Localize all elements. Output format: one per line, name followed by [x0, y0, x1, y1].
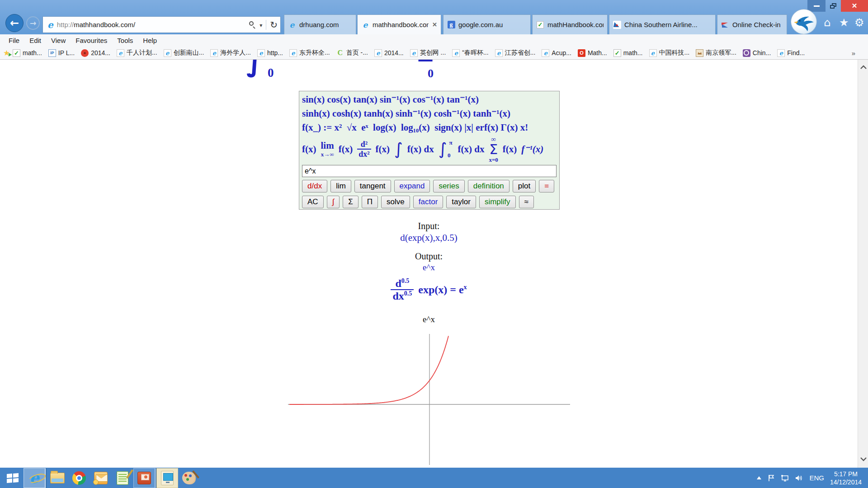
favorite-item[interactable]: e千人计划... [114, 48, 160, 57]
menu-help[interactable]: Help [138, 35, 162, 46]
menu-bar: File Edit View Favourites Tools Help [0, 34, 868, 47]
favorite-item[interactable]: e英创网 ... [408, 48, 448, 57]
favorite-item[interactable]: e海外学人... [208, 48, 253, 57]
favorite-item[interactable]: Math... [576, 49, 609, 57]
favorite-item[interactable]: math... [10, 49, 44, 57]
favorite-item[interactable]: e创新南山... [161, 48, 207, 57]
tab-label: China Southern Airline... [624, 21, 698, 28]
favorite-item[interactable]: e中国科技... [647, 48, 692, 57]
add-favorite-icon[interactable] [3, 49, 10, 57]
search-icon[interactable] [249, 21, 256, 28]
favorite-item[interactable]: IP L... [46, 49, 77, 57]
taskbar-file-explorer[interactable] [47, 468, 68, 488]
favorite-label: 2014... [91, 49, 110, 56]
minimize-button[interactable] [807, 0, 826, 12]
refresh-icon[interactable] [270, 19, 278, 30]
address-bar[interactable]: e http://mathhandbook.com/ [42, 16, 281, 33]
ie-favicon: e [164, 49, 171, 57]
page-content: ∫ 0 Σ 0 sin(x) cos(x) tan(x) sin⁻¹(x) co… [0, 60, 858, 468]
ie-favicon: e [288, 21, 296, 29]
check-favicon [613, 49, 621, 57]
ie-favicon: e [374, 49, 382, 57]
cat-favicon [696, 49, 703, 57]
tab-mathhandbook-2[interactable]: mathHandbook.com -... [532, 14, 608, 34]
ip-favicon [48, 49, 56, 57]
ie-favicon: e [542, 49, 549, 57]
taskbar-chrome[interactable] [68, 468, 90, 488]
favorite-item[interactable]: eAcup... [539, 49, 574, 57]
url-text[interactable]: http://mathhandbook.com/ [57, 21, 249, 28]
taskbar: e ENG 5:17 PM 14/12/2014 [0, 468, 868, 488]
action-center-flag-icon[interactable] [768, 474, 775, 482]
favorites-overflow-icon[interactable] [852, 49, 855, 57]
language-indicator[interactable]: ENG [809, 474, 824, 482]
ie-favicon: e [777, 49, 785, 57]
purple-favicon [743, 49, 750, 57]
internet-explorer-icon: e [30, 469, 39, 487]
outlook-icon [94, 472, 108, 484]
favorite-item[interactable]: e东升杯全... [287, 48, 332, 57]
back-button[interactable] [5, 14, 24, 32]
favorite-label: Math... [588, 49, 607, 56]
favorite-label: IP L... [58, 49, 75, 56]
favorite-item[interactable]: math... [611, 49, 645, 57]
favorite-label: Find... [787, 49, 805, 56]
exp-curve [289, 336, 448, 405]
clock-time: 5:17 PM [830, 470, 862, 478]
volume-icon[interactable] [795, 474, 803, 482]
chevron-down-icon[interactable] [259, 21, 262, 29]
weibo-favicon [81, 49, 89, 57]
tab-label: Online Check-in [732, 21, 781, 28]
tray-expand-icon[interactable] [756, 476, 762, 480]
gear-icon[interactable] [854, 16, 864, 29]
favorite-item[interactable]: e“春晖杯... [450, 48, 491, 57]
favorites-star-icon[interactable] [839, 16, 849, 29]
start-button[interactable] [2, 468, 24, 488]
tab-google[interactable]: google.com.au [443, 14, 531, 34]
favorite-label: 创新南山... [174, 49, 204, 57]
tab-label: mathhandbook.com [373, 21, 429, 28]
favorite-label: 英创网 ... [420, 49, 446, 57]
network-icon[interactable] [781, 474, 789, 482]
taskbar-ie[interactable]: e [24, 468, 45, 488]
tab-mathhandbook[interactable]: e mathhandbook.com [357, 14, 441, 34]
menu-view[interactable]: View [46, 35, 71, 46]
ie-favicon: e [117, 49, 124, 57]
tab-china-southern[interactable]: China Southern Airline... [609, 14, 716, 34]
restore-icon [830, 3, 836, 9]
favorite-item[interactable]: e江苏省创... [493, 48, 538, 57]
taskbar-remote-desktop[interactable] [156, 468, 178, 488]
menu-tools[interactable]: Tools [112, 35, 138, 46]
oracle-favicon [578, 49, 585, 57]
minimize-icon [814, 5, 820, 7]
tab-close-icon[interactable] [432, 21, 437, 28]
favorite-item[interactable]: 首页 -... [334, 48, 370, 57]
scroll-down-icon[interactable] [858, 454, 868, 464]
taskbar-powerpoint[interactable] [133, 468, 155, 488]
favorite-item[interactable]: 南京领军... [693, 48, 739, 57]
vertical-scrollbar[interactable] [858, 60, 868, 468]
taskbar-paint[interactable] [178, 468, 200, 488]
favorite-item[interactable]: eFind... [775, 49, 807, 57]
home-icon[interactable] [824, 16, 830, 29]
favorite-label: 中国科技... [659, 49, 690, 57]
restore-button[interactable] [826, 0, 841, 12]
favorite-item[interactable]: e2014... [372, 49, 406, 57]
favorite-item[interactable]: Chin... [741, 49, 773, 57]
forward-button[interactable] [26, 16, 40, 30]
taskbar-outlook[interactable] [90, 468, 112, 488]
bird-logo[interactable] [791, 9, 817, 34]
tab-drhuang[interactable]: e drhuang.com [284, 14, 356, 34]
menu-edit[interactable]: Edit [24, 35, 46, 46]
favorite-label: 海外学人... [220, 49, 251, 57]
favorite-item[interactable]: ehttp... [255, 49, 285, 57]
menu-file[interactable]: File [4, 35, 24, 46]
scroll-up-icon[interactable] [858, 62, 868, 72]
tab-online-checkin[interactable]: Online Check-in [717, 14, 787, 34]
favorite-item[interactable]: 2014... [79, 49, 113, 57]
menu-favourites[interactable]: Favourites [71, 35, 112, 46]
taskbar-notepad[interactable] [112, 468, 133, 488]
taskbar-clock[interactable]: 5:17 PM 14/12/2014 [830, 470, 862, 486]
ie-favicon: e [495, 49, 503, 57]
close-button[interactable] [841, 0, 868, 12]
